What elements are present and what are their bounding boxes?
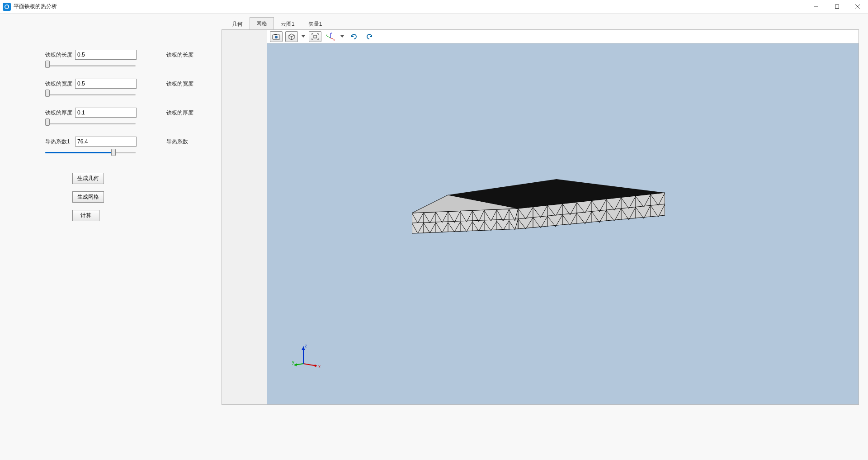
conductivity-slider[interactable] bbox=[45, 152, 136, 153]
zoom-extents-icon[interactable] bbox=[309, 31, 321, 42]
tab-cloud1[interactable]: 云图1 bbox=[274, 18, 302, 30]
view-cube-icon[interactable] bbox=[285, 31, 298, 42]
tab-mesh[interactable]: 网格 bbox=[250, 17, 274, 30]
svg-marker-38 bbox=[315, 364, 317, 367]
conductivity-desc: 导热系数 bbox=[166, 138, 188, 146]
thickness-label: 铁板的厚度 bbox=[45, 109, 72, 117]
parameter-panel: 铁板的长度 铁板的长度 铁板的宽度 铁板的宽度 铁板的厚度 铁板的厚度 导热系数… bbox=[9, 18, 222, 451]
viewport[interactable]: x y z bbox=[222, 29, 859, 405]
svg-text:x: x bbox=[318, 364, 321, 369]
length-input[interactable] bbox=[75, 50, 137, 60]
compute-button[interactable]: 计算 bbox=[72, 210, 99, 221]
svg-rect-7 bbox=[274, 34, 277, 35]
viewport-3d[interactable]: x y z bbox=[267, 43, 859, 404]
svg-text:x: x bbox=[334, 38, 335, 41]
thickness-input[interactable] bbox=[75, 108, 137, 118]
rotate-ccw-icon[interactable] bbox=[348, 31, 360, 42]
maximize-button[interactable] bbox=[826, 0, 847, 14]
svg-text:y: y bbox=[292, 360, 294, 365]
mesh-model bbox=[412, 179, 665, 238]
svg-text:z: z bbox=[305, 343, 307, 348]
svg-rect-2 bbox=[835, 5, 839, 9]
width-input[interactable] bbox=[75, 79, 137, 89]
conductivity-input[interactable] bbox=[75, 137, 137, 147]
snapshot-icon[interactable] bbox=[270, 31, 283, 42]
viewport-toolbar: x y z bbox=[267, 30, 859, 43]
xyz-view-dropdown-icon[interactable] bbox=[340, 31, 345, 42]
svg-line-11 bbox=[327, 36, 330, 38]
app-icon bbox=[3, 3, 11, 11]
width-slider[interactable] bbox=[45, 94, 136, 95]
view-cube-dropdown-icon[interactable] bbox=[301, 31, 306, 42]
svg-rect-8 bbox=[314, 35, 316, 38]
svg-text:z: z bbox=[331, 32, 332, 34]
length-slider[interactable] bbox=[45, 65, 136, 66]
rotate-cw-icon[interactable] bbox=[363, 31, 376, 42]
close-button[interactable] bbox=[847, 0, 868, 14]
length-desc: 铁板的长度 bbox=[166, 51, 193, 59]
length-label: 铁板的长度 bbox=[45, 51, 72, 59]
thickness-desc: 铁板的厚度 bbox=[166, 109, 193, 117]
svg-text:y: y bbox=[326, 33, 327, 36]
minimize-button[interactable] bbox=[806, 0, 826, 14]
generate-geometry-button[interactable]: 生成几何 bbox=[72, 173, 104, 184]
tab-vector1[interactable]: 矢量1 bbox=[302, 18, 329, 30]
view-tabs: 几何 网格 云图1 矢量1 bbox=[225, 18, 859, 29]
svg-marker-41 bbox=[294, 363, 297, 366]
titlebar: 平面铁板的热分析 bbox=[0, 0, 868, 14]
axis-triad: x y z bbox=[292, 341, 324, 373]
svg-point-6 bbox=[275, 36, 278, 38]
width-desc: 铁板的宽度 bbox=[166, 80, 193, 88]
width-label: 铁板的宽度 bbox=[45, 80, 72, 88]
xyz-view-icon[interactable]: x y z bbox=[324, 31, 337, 42]
conductivity-label: 导热系数1 bbox=[45, 138, 72, 146]
tab-geometry[interactable]: 几何 bbox=[225, 18, 250, 30]
generate-mesh-button[interactable]: 生成网格 bbox=[72, 191, 104, 203]
thickness-slider[interactable] bbox=[45, 123, 136, 124]
window-title: 平面铁板的热分析 bbox=[14, 3, 57, 10]
